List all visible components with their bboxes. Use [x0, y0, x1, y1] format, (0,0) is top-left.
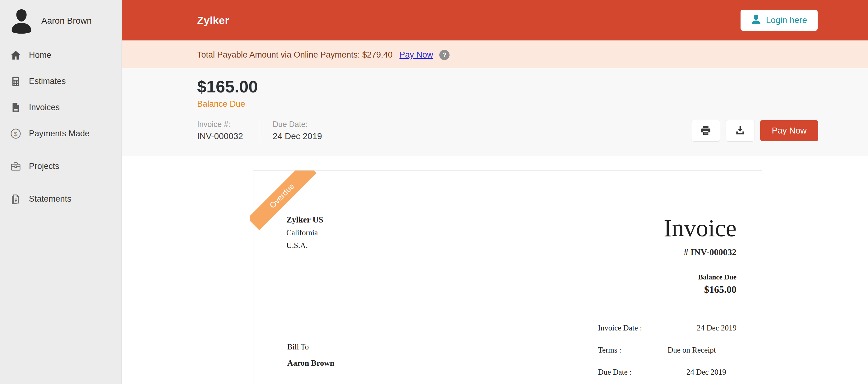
- sidebar-item-label: Invoices: [29, 103, 60, 112]
- sidebar-item-label: Home: [29, 51, 51, 60]
- sidebar-item-label: Statements: [29, 194, 71, 204]
- document-details: Invoice Date : 24 Dec 2019 Terms : Due o…: [598, 323, 737, 384]
- calculator-icon: [10, 76, 22, 87]
- sidebar-nav: Home Estimates: [0, 42, 122, 212]
- download-icon: [734, 124, 746, 137]
- invoice-number-label: Invoice #:: [197, 119, 259, 130]
- dollar-circle-icon: $: [10, 128, 22, 140]
- detail-label: Due Date :: [598, 367, 631, 377]
- sidebar-item-invoices[interactable]: Invoices: [0, 94, 122, 120]
- sidebar: Aaron Brown Home Estimates: [0, 0, 122, 384]
- document-title: Invoice: [664, 214, 737, 242]
- payable-message: Total Payable Amount via Online Payments…: [197, 50, 393, 60]
- sidebar-item-label: Estimates: [29, 77, 66, 86]
- sidebar-user-header[interactable]: Aaron Brown: [0, 0, 122, 42]
- pay-now-button[interactable]: Pay Now: [760, 120, 818, 141]
- main-content: Zylker Login here Total Payable Amount v…: [122, 0, 868, 384]
- sidebar-item-label: Payments Made: [29, 129, 90, 139]
- document-balance-value: $165.00: [704, 284, 737, 295]
- balance-amount: $165.00: [197, 77, 818, 96]
- company-address-block: Zylker US California U.S.A.: [286, 213, 323, 252]
- invoice-number-block: Invoice #: INV-000032: [197, 119, 259, 143]
- summary-actions: Pay Now: [691, 120, 818, 142]
- document-number: # INV-000032: [684, 247, 737, 257]
- login-button-label: Login here: [766, 15, 807, 25]
- sidebar-item-label: Projects: [29, 161, 59, 171]
- login-button[interactable]: Login here: [741, 10, 818, 31]
- sidebar-item-payments-made[interactable]: $ Payments Made: [0, 120, 122, 147]
- bill-to-name: Aaron Brown: [287, 358, 334, 368]
- company-address-line: California: [286, 226, 323, 239]
- print-button[interactable]: [691, 120, 720, 142]
- pay-now-link[interactable]: Pay Now: [400, 50, 433, 60]
- print-icon: [700, 124, 712, 137]
- detail-row-terms: Terms : Due on Receipt: [598, 345, 737, 355]
- sidebar-user-name: Aaron Brown: [41, 16, 92, 26]
- due-date-block: Due Date: 24 Dec 2019: [259, 119, 322, 143]
- detail-label: Terms :: [598, 345, 621, 355]
- sidebar-item-home[interactable]: Home: [0, 42, 122, 68]
- invoice-summary: $165.00 Balance Due Invoice #: INV-00003…: [122, 68, 868, 156]
- sidebar-item-projects[interactable]: Projects: [0, 153, 122, 179]
- briefcase-icon: [10, 160, 22, 172]
- portal-header: Zylker Login here: [122, 0, 868, 40]
- company-name: Zylker US: [286, 213, 323, 226]
- due-date-label: Due Date:: [273, 119, 322, 130]
- detail-row-due-date: Due Date : 24 Dec 2019: [598, 367, 737, 377]
- company-address-line: U.S.A.: [286, 239, 323, 252]
- payable-notification-bar: Total Payable Amount via Online Payments…: [122, 40, 868, 68]
- download-button[interactable]: [725, 120, 755, 142]
- invoice-preview-area: Overdue Zylker US California U.S.A. Invo…: [122, 156, 868, 384]
- invoice-document: Overdue Zylker US California U.S.A. Invo…: [253, 170, 762, 384]
- due-date-value: 24 Dec 2019: [273, 130, 322, 143]
- invoice-number-value: INV-000032: [197, 130, 259, 143]
- home-icon: [10, 50, 22, 61]
- avatar: [10, 8, 33, 34]
- person-icon: [751, 14, 761, 27]
- help-icon[interactable]: ?: [439, 50, 450, 60]
- svg-text:$: $: [14, 130, 18, 137]
- bill-to-block: Bill To Aaron Brown: [287, 342, 334, 368]
- detail-value: Due on Receipt: [621, 345, 716, 355]
- detail-label: Invoice Date :: [598, 323, 642, 333]
- detail-value: 24 Dec 2019: [642, 323, 737, 333]
- pages-icon: [10, 193, 22, 205]
- sidebar-item-statements[interactable]: Statements: [0, 186, 122, 212]
- document-icon: [10, 102, 22, 113]
- detail-row-invoice-date: Invoice Date : 24 Dec 2019: [598, 323, 737, 333]
- document-balance-label: Balance Due: [698, 273, 737, 281]
- bill-to-label: Bill To: [287, 342, 334, 352]
- balance-label: Balance Due: [197, 99, 818, 109]
- sidebar-item-estimates[interactable]: Estimates: [0, 68, 122, 94]
- brand-title: Zylker: [197, 14, 229, 26]
- detail-value: 24 Dec 2019: [632, 367, 726, 377]
